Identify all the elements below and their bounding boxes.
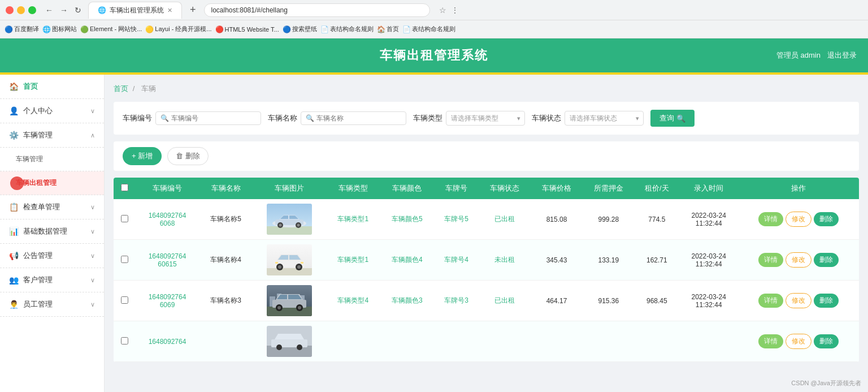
vehicle-no-input[interactable] xyxy=(171,114,256,122)
row3-checkbox[interactable] xyxy=(114,281,136,321)
sidebar-item-order[interactable]: 📋 检查单管理 ∨ xyxy=(0,195,104,219)
row4-checkbox[interactable] xyxy=(114,321,136,362)
col-actions: 操作 xyxy=(738,178,859,199)
svg-point-33 xyxy=(277,306,281,309)
sidebar-label-vehicle-sub: 车辆管理 xyxy=(16,154,43,164)
row3-color: 车辆颜色3 xyxy=(380,281,434,321)
svg-point-35 xyxy=(298,306,301,309)
forward-btn[interactable]: → xyxy=(58,6,70,15)
row2-del-btn[interactable]: 删除 xyxy=(814,253,839,267)
settings-icon[interactable]: ⋮ xyxy=(451,6,459,15)
bookmark-icons[interactable]: 🌐图标网站 xyxy=(42,25,77,33)
svg-point-41 xyxy=(297,344,302,350)
vehicle-no-label: 车辆编号 xyxy=(123,113,152,123)
tab-close-icon[interactable]: ✕ xyxy=(167,7,172,14)
table-row: 16480927646068 车辆名称5 xyxy=(114,199,859,240)
sidebar-label-vehicle-mgmt: 车辆管理 xyxy=(23,130,53,140)
breadcrumb-home[interactable]: 首页 xyxy=(114,84,128,93)
browser-tab[interactable]: 🌐 车辆出租管理系统 ✕ xyxy=(88,2,182,19)
col-vehicle-no: 车辆编号 xyxy=(136,178,199,199)
bookmark-layui[interactable]: 🟡Layui - 经典开源模... xyxy=(145,25,211,33)
row1-detail-btn[interactable]: 详情 xyxy=(758,212,783,226)
row3-detail-btn[interactable]: 详情 xyxy=(758,294,783,308)
row4-detail-btn[interactable]: 详情 xyxy=(758,334,783,348)
bookmark-table-naming2[interactable]: 📄表结构命名规则 xyxy=(402,25,455,33)
row2-edit-btn[interactable]: 修改 xyxy=(785,252,811,268)
bookmark-home[interactable]: 🏠首页 xyxy=(377,25,399,33)
row2-actions: 详情 修改 删除 xyxy=(738,240,859,281)
sidebar-label-home: 首页 xyxy=(23,81,38,92)
row2-detail-btn[interactable]: 详情 xyxy=(758,253,783,267)
breadcrumb: 首页 / 车辆 xyxy=(114,84,859,94)
svg-marker-39 xyxy=(275,334,304,339)
vehicle-name-label: 车辆名称 xyxy=(268,113,297,123)
active-indicator xyxy=(10,176,24,190)
tab-title: 车辆出租管理系统 xyxy=(110,6,164,15)
logout-btn[interactable]: 退出登录 xyxy=(827,50,857,61)
vehicle-name-input[interactable] xyxy=(316,114,401,122)
row1-action-btns: 详情 修改 删除 xyxy=(743,212,854,227)
bookmark-star[interactable]: ☆ xyxy=(439,6,446,15)
search-icon-no: 🔍 xyxy=(160,114,169,122)
sidebar-item-vehicle-mgmt[interactable]: ⚙️ 车辆管理 ∧ xyxy=(0,123,104,148)
bookmark-table-naming[interactable]: 📄表结构命名规则 xyxy=(320,25,374,33)
address-bar[interactable]: localhost:8081/#/chellang xyxy=(204,3,430,17)
row4-name xyxy=(199,321,253,362)
row1-name: 车辆名称5 xyxy=(199,199,253,240)
row2-checkbox[interactable] xyxy=(114,240,136,281)
sidebar-item-customer[interactable]: 👥 客户管理 ∨ xyxy=(0,268,104,292)
row1-type: 车辆类型1 xyxy=(326,199,380,240)
back-btn[interactable]: ← xyxy=(43,6,55,15)
order-icon: 📋 xyxy=(9,203,19,212)
refresh-btn[interactable]: ↻ xyxy=(72,6,84,15)
sidebar-item-basic[interactable]: 📊 基础数据管理 ∨ xyxy=(0,219,104,244)
row3-id: 16480927646069 xyxy=(136,281,199,321)
vehicle-status-label: 车辆状态 xyxy=(532,113,561,123)
sidebar-label-basic: 基础数据管理 xyxy=(23,226,67,236)
sidebar-item-notice[interactable]: 📢 公告管理 ∨ xyxy=(0,244,104,268)
search-vehicle-type-group: 车辆类型 请选择车辆类型 xyxy=(413,111,525,126)
window-controls[interactable] xyxy=(6,6,36,14)
close-btn[interactable] xyxy=(6,6,14,14)
search-btn[interactable]: 查询 🔍 xyxy=(650,110,695,127)
bookmark-html5[interactable]: 🔴HTML5 Website T... xyxy=(215,25,279,33)
sidebar-item-personal[interactable]: 👤 个人中心 ∨ xyxy=(0,99,104,123)
action-bar: + 新增 🗑 删除 xyxy=(114,141,859,171)
arrow-personal: ∨ xyxy=(90,107,95,115)
row4-edit-btn[interactable]: 修改 xyxy=(785,334,811,349)
row4-del-btn[interactable]: 删除 xyxy=(814,334,839,348)
select-all-checkbox[interactable] xyxy=(121,184,128,191)
col-checkbox[interactable] xyxy=(114,178,136,199)
row4-type xyxy=(326,321,380,362)
nav-controls[interactable]: ← → ↻ xyxy=(43,6,84,15)
bookmark-wallpaper[interactable]: 🔵搜索壁纸 xyxy=(283,25,317,33)
vehicle-status-select[interactable]: 请选择车辆状态 xyxy=(565,111,644,126)
batch-delete-btn[interactable]: 🗑 删除 xyxy=(167,147,209,165)
sidebar-item-vehicle-sub[interactable]: 车辆管理 xyxy=(0,148,104,171)
sidebar-label-personal: 个人中心 xyxy=(23,106,53,116)
add-btn[interactable]: + 新增 xyxy=(123,147,162,165)
row4-action-btns: 详情 修改 删除 xyxy=(743,334,854,349)
row3-edit-btn[interactable]: 修改 xyxy=(785,293,811,308)
row1-plate: 车牌号5 xyxy=(434,199,479,240)
minimize-btn[interactable] xyxy=(17,6,25,14)
row1-actions: 详情 修改 删除 xyxy=(738,199,859,240)
sidebar-item-home[interactable]: 🏠 首页 xyxy=(0,75,104,99)
svg-point-40 xyxy=(276,344,282,350)
new-tab-btn[interactable]: + xyxy=(186,4,199,16)
bookmark-baidu[interactable]: 🔵百度翻译 xyxy=(5,25,39,33)
row1-checkbox[interactable] xyxy=(114,199,136,240)
row1-del-btn[interactable]: 删除 xyxy=(814,212,839,226)
maximize-btn[interactable] xyxy=(28,6,36,14)
sidebar-item-staff[interactable]: 👨‍💼 员工管理 ∨ xyxy=(0,292,104,317)
arrow-customer: ∨ xyxy=(90,277,95,284)
sidebar-item-vehicle-rental[interactable]: 车辆出租管理 xyxy=(0,171,104,195)
vehicle-type-select[interactable]: 请选择车辆类型 xyxy=(446,111,525,126)
row3-del-btn[interactable]: 删除 xyxy=(814,294,839,308)
col-time: 录入时间 xyxy=(679,178,739,199)
bookmark-element[interactable]: 🟢Element - 网站快... xyxy=(80,25,142,33)
row2-id: 164809276460615 xyxy=(136,240,199,281)
row3-deposit: 915.36 xyxy=(583,281,635,321)
row1-edit-btn[interactable]: 修改 xyxy=(785,212,811,227)
col-deposit: 所需押金 xyxy=(583,178,635,199)
